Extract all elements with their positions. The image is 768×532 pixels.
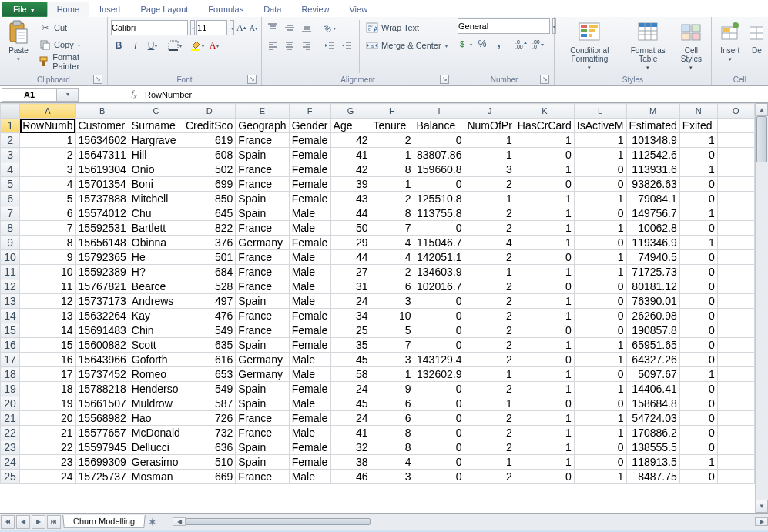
cell[interactable]: 0 [679, 353, 717, 367]
row-header-4[interactable]: 4 [1, 162, 20, 177]
cell[interactable]: Male [289, 426, 330, 440]
cell[interactable]: 0 [679, 396, 717, 411]
cell[interactable]: 0 [679, 221, 717, 236]
cell[interactable]: 1 [574, 221, 626, 236]
cell[interactable]: 42 [330, 162, 371, 177]
cell[interactable]: 15661507 [75, 396, 129, 411]
cell[interactable]: 32 [330, 440, 371, 455]
cell[interactable]: Andrews [129, 294, 183, 309]
row-header-8[interactable]: 8 [1, 221, 20, 236]
cell[interactable]: 38 [330, 455, 371, 470]
cell[interactable]: 2 [464, 294, 515, 309]
cell[interactable]: 1 [574, 148, 626, 162]
tab-formulas[interactable]: Formulas [198, 2, 253, 17]
cell[interactable] [717, 236, 754, 250]
row-header-3[interactable]: 3 [1, 148, 20, 162]
align-bottom-button[interactable] [299, 20, 314, 35]
cell[interactable]: Surname [129, 119, 183, 133]
cell[interactable]: 15656148 [75, 236, 129, 250]
cell[interactable]: 822 [183, 221, 235, 236]
cell[interactable]: 15597945 [75, 440, 129, 455]
cell[interactable]: 15643966 [75, 353, 129, 367]
cell[interactable]: Female [289, 440, 330, 455]
dialog-launcher-icon[interactable]: ↘ [440, 75, 449, 84]
cell[interactable]: 6 [20, 206, 75, 221]
scroll-track[interactable] [186, 517, 755, 526]
cell[interactable]: 8487.75 [626, 470, 679, 484]
cell[interactable] [717, 470, 754, 484]
tab-data[interactable]: Data [253, 2, 291, 17]
cell[interactable]: France [236, 250, 289, 265]
cell[interactable]: Spain [236, 338, 289, 353]
cell[interactable]: 9 [371, 382, 414, 396]
scroll-thumb[interactable] [186, 518, 371, 525]
cell[interactable]: 1 [574, 265, 626, 279]
cell[interactable]: 112542.6 [626, 148, 679, 162]
tab-home[interactable]: Home [47, 2, 89, 17]
align-right-button[interactable] [299, 38, 314, 53]
cell[interactable]: 83807.86 [414, 148, 464, 162]
cell[interactable]: 0 [574, 177, 626, 192]
cell[interactable]: 1 [515, 309, 574, 323]
merge-center-button[interactable]: aMerge & Center▾ [364, 38, 449, 53]
cell[interactable]: Balance [414, 119, 464, 133]
accounting-button[interactable]: $▾ [458, 36, 473, 52]
cell[interactable]: 1 [515, 192, 574, 206]
cell[interactable]: 0 [515, 323, 574, 338]
cell[interactable] [717, 294, 754, 309]
cell[interactable] [717, 382, 754, 396]
orientation-button[interactable]: ab▾ [322, 20, 337, 35]
cell[interactable]: 0 [414, 455, 464, 470]
cell[interactable]: 18 [20, 382, 75, 396]
cell[interactable]: 31 [330, 279, 371, 294]
cell[interactable]: 0 [679, 382, 717, 396]
cell[interactable]: 134603.9 [414, 265, 464, 279]
cell[interactable]: 1 [464, 192, 515, 206]
cell[interactable]: 684 [183, 265, 235, 279]
decrease-indent-button[interactable] [322, 38, 337, 53]
cell[interactable]: 0 [679, 309, 717, 323]
cell[interactable]: 15767821 [75, 279, 129, 294]
cell[interactable]: Female [289, 309, 330, 323]
cell[interactable]: 13 [20, 309, 75, 323]
cell[interactable]: 6 [371, 396, 414, 411]
col-header-E[interactable]: E [236, 104, 289, 119]
cell[interactable]: 5 [20, 192, 75, 206]
cell[interactable]: 0 [414, 294, 464, 309]
row-header-24[interactable]: 24 [1, 455, 20, 470]
col-header-C[interactable]: C [129, 104, 183, 119]
cell[interactable]: 64327.26 [626, 353, 679, 367]
col-header-L[interactable]: L [574, 104, 626, 119]
cell[interactable]: 9 [20, 250, 75, 265]
cell[interactable]: 635 [183, 338, 235, 353]
cell[interactable]: 502 [183, 162, 235, 177]
cell[interactable]: 50 [330, 221, 371, 236]
cell[interactable]: Obinna [129, 236, 183, 250]
cell[interactable]: 71725.73 [626, 265, 679, 279]
cell[interactable]: 42 [330, 133, 371, 148]
cell[interactable]: 2 [20, 148, 75, 162]
cell[interactable] [717, 426, 754, 440]
insert-cells-button[interactable]: Insert▾ [715, 18, 746, 75]
cell[interactable]: 587 [183, 396, 235, 411]
dialog-launcher-icon[interactable]: ↘ [247, 75, 257, 84]
cell[interactable]: 2 [464, 309, 515, 323]
cell[interactable]: Tenure [371, 119, 414, 133]
cell[interactable]: 0 [574, 396, 626, 411]
tab-file[interactable]: File▼ [2, 2, 47, 17]
cell[interactable]: 15568982 [75, 411, 129, 426]
cell[interactable]: 1 [20, 133, 75, 148]
cell[interactable]: 10 [371, 309, 414, 323]
cell[interactable]: 20 [20, 411, 75, 426]
cell[interactable]: 0 [574, 206, 626, 221]
cell[interactable]: Male [289, 470, 330, 484]
cell[interactable]: Male [289, 294, 330, 309]
cell[interactable]: 2 [464, 323, 515, 338]
cell[interactable]: 0 [414, 221, 464, 236]
cell[interactable] [717, 440, 754, 455]
cell[interactable]: HasCrCard [515, 119, 574, 133]
cell[interactable]: 0 [679, 177, 717, 192]
cell[interactable]: 2 [464, 440, 515, 455]
row-header-12[interactable]: 12 [1, 279, 20, 294]
cell[interactable]: 0 [679, 192, 717, 206]
